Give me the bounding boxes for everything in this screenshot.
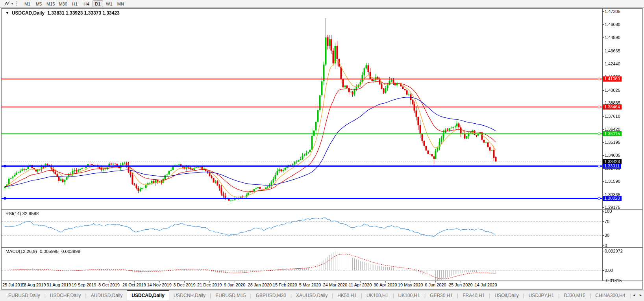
price-tag: 1.38464 bbox=[603, 104, 622, 110]
price-tick-label: 1.46080 bbox=[605, 22, 620, 27]
dropdown-caret-icon[interactable]: ▾ bbox=[11, 2, 13, 6]
collapse-icon[interactable]: ▼ bbox=[6, 11, 9, 15]
date-label: 13 Aug 2019 bbox=[22, 282, 46, 287]
timeframe-button-D1[interactable]: D1 bbox=[93, 0, 103, 7]
date-label: 26 Oct 2019 bbox=[122, 282, 146, 287]
date-label: 14 Nov 2019 bbox=[147, 282, 171, 287]
date-label: 25 Jun 2020 bbox=[449, 282, 473, 287]
macd-label: MACD(12,26,9) -0.005995 -0.003998 bbox=[6, 249, 80, 254]
chart-tabs: EURUSD,Daily|USDCHF,Daily|AUDUSD,DailyUS… bbox=[0, 290, 644, 300]
rsi-axis-label: 0 bbox=[605, 243, 607, 248]
rsi-macd-separator[interactable] bbox=[2, 247, 643, 248]
price-tick-label: 1.44890 bbox=[605, 35, 620, 40]
price-tag: 1.36015 bbox=[603, 131, 622, 136]
timeframe-button-M15[interactable]: M15 bbox=[45, 0, 56, 7]
timeframe-buttons: M1M5M15M30H1H4D1W1MN bbox=[22, 0, 126, 8]
tab-UK100-H1[interactable]: UK100,H1 bbox=[394, 292, 424, 300]
tab-EURUSD-M15[interactable]: EURUSD,M15 bbox=[211, 292, 250, 300]
date-label: 15 Feb 2020 bbox=[273, 282, 297, 287]
date-label: 5 Mar 2020 bbox=[299, 282, 321, 287]
main-rsi-separator[interactable] bbox=[2, 209, 643, 210]
date-label: 3 Dec 2019 bbox=[173, 282, 195, 287]
chart-symbol-period: USDCAD,Daily bbox=[12, 10, 44, 16]
date-label: 11 Apr 2020 bbox=[349, 282, 372, 287]
rsi-axis-label: 30 bbox=[605, 232, 609, 238]
price-tick-label: 1.35195 bbox=[605, 139, 620, 145]
macd-axis-label: -0.01815 bbox=[605, 278, 622, 283]
tab-USDCAD-Daily[interactable]: USDCAD,Daily bbox=[127, 290, 169, 300]
date-label: 9 Jan 2020 bbox=[224, 282, 245, 287]
date-label: 31 Aug 2019 bbox=[47, 282, 71, 287]
timeframe-button-M1[interactable]: M1 bbox=[22, 0, 33, 7]
zigzag-line-glyph bbox=[4, 1, 10, 6]
date-label: 6 Jun 2020 bbox=[425, 282, 446, 287]
price-tag: 1.41060 bbox=[603, 76, 622, 82]
date-axis[interactable]: 25 Jul 201913 Aug 201931 Aug 201919 Sep … bbox=[2, 281, 602, 289]
timeframe-button-M5[interactable]: M5 bbox=[33, 0, 44, 7]
date-label: 24 Mar 2020 bbox=[323, 282, 347, 287]
mt4-application-window: ▾ M1M5M15M30H1H4D1W1MN ▼ USDCAD,Daily 1.… bbox=[0, 0, 644, 301]
tab-CHINA300-H4[interactable]: CHINA300,H4 bbox=[591, 292, 629, 300]
tab-DJ30-M15[interactable]: DJ30,M15 bbox=[559, 292, 590, 300]
tab-USOil-Daily[interactable]: USOil,Daily bbox=[490, 292, 523, 300]
price-tick-label: 1.31590 bbox=[605, 178, 620, 184]
tab-GER30-H1[interactable]: GER30,H1 bbox=[426, 292, 457, 300]
timeframe-button-M30[interactable]: M30 bbox=[57, 0, 68, 7]
tab-USDJPY-H1[interactable]: USDJPY,H1 bbox=[524, 292, 558, 300]
macd-axis-label: 0.032972 bbox=[605, 248, 623, 254]
tab-FRA40-H1[interactable]: FRA40,H1 bbox=[458, 292, 489, 300]
date-label: 30 Apr 2020 bbox=[374, 282, 397, 287]
price-tick-label: 1.40025 bbox=[605, 87, 620, 93]
rsi-axis-label: 100 bbox=[605, 208, 612, 214]
chart-ohlc-values: 1.33831 1.33923 1.33373 1.33423 bbox=[47, 10, 120, 16]
tab-USDCHF-Daily[interactable]: USDCHF,Daily bbox=[46, 292, 85, 300]
tab-EURUSD-Daily[interactable]: EURUSD,Daily bbox=[4, 292, 44, 300]
date-label: 19 Sep 2019 bbox=[72, 282, 96, 287]
tab-XAUUSD-Daily[interactable]: XAUUSD,Daily bbox=[292, 292, 332, 300]
price-tag: 1.30020 bbox=[603, 196, 622, 201]
timeframe-toolbar: ▾ M1M5M15M30H1H4D1W1MN bbox=[0, 0, 644, 8]
timeframe-button-H4[interactable]: H4 bbox=[81, 0, 92, 7]
tab-HK50-H1[interactable]: HK50,H1 bbox=[333, 292, 361, 300]
tab-UK100-H1[interactable]: UK100,H1 bbox=[362, 292, 392, 300]
chart-canvas[interactable] bbox=[2, 9, 602, 281]
timeframe-button-H1[interactable]: H1 bbox=[70, 0, 80, 7]
timeframe-button-MN[interactable]: MN bbox=[115, 0, 126, 7]
rsi-axis-label: 70 bbox=[605, 219, 609, 224]
price-tick-label: 1.47305 bbox=[605, 9, 620, 14]
price-tick-label: 1.42440 bbox=[605, 61, 620, 67]
date-label: 21 Dec 2019 bbox=[197, 282, 222, 287]
date-label: 14 Jul 2020 bbox=[475, 282, 497, 287]
toolbar-grip[interactable] bbox=[16, 1, 19, 6]
price-tick-label: 1.34005 bbox=[605, 152, 620, 158]
price-tag: 1.33011 bbox=[603, 164, 621, 169]
date-label: 8 Oct 2019 bbox=[98, 282, 120, 287]
tab-GBPUSD-M30[interactable]: GBPUSD,M30 bbox=[252, 292, 291, 300]
timeframe-button-W1[interactable]: W1 bbox=[104, 0, 115, 7]
date-label: 19 May 2020 bbox=[398, 282, 423, 287]
macd-axis-label: 0.00 bbox=[605, 268, 613, 273]
line-tool-icon[interactable] bbox=[3, 1, 11, 7]
tab-AUDUSD-Daily[interactable]: AUDUSD,Daily bbox=[87, 292, 127, 300]
price-axis-line bbox=[602, 9, 603, 281]
rsi-label: RSI(14) 32.8588 bbox=[6, 211, 39, 216]
macd-bottom-separator bbox=[2, 281, 643, 281]
tab-scroll-arrows: ◂ ▸ bbox=[633, 293, 642, 297]
chart-tab-bar: EURUSD,Daily|USDCHF,Daily|AUDUSD,DailyUS… bbox=[0, 290, 644, 301]
tab-USDCNH-Daily[interactable]: USDCNH,Daily bbox=[169, 292, 210, 300]
tab-scroll-left-icon[interactable]: ◂ bbox=[633, 293, 635, 297]
tab-scroll-right-icon[interactable]: ▸ bbox=[640, 293, 642, 297]
price-tick-label: 1.43665 bbox=[605, 48, 620, 54]
tab-separator: | bbox=[629, 292, 631, 300]
price-tick-label: 1.37610 bbox=[605, 113, 620, 119]
date-label: 28 Jan 2020 bbox=[248, 282, 272, 287]
chart-title: ▼ USDCAD,Daily 1.33831 1.33923 1.33373 1… bbox=[6, 10, 120, 16]
